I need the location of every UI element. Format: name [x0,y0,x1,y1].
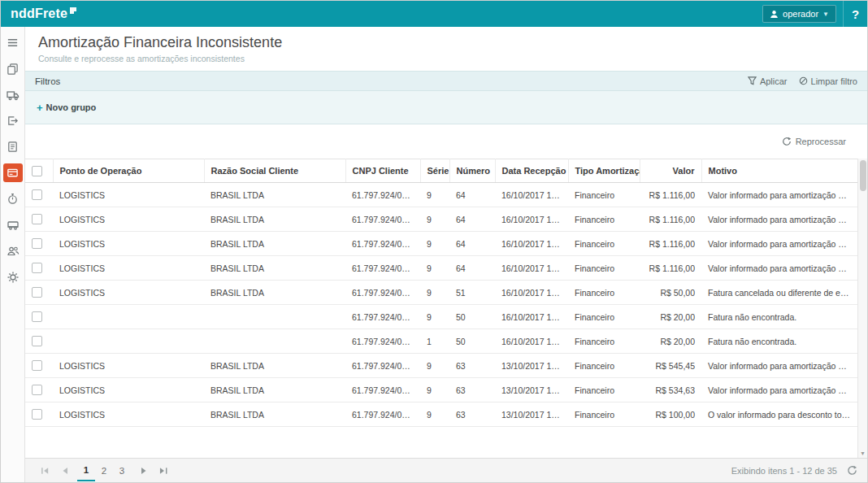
cell-cnpj: 61.797.924/0007-40 [345,256,420,281]
table-row[interactable]: 61.797.924/0007-4015016/10/2017 14:03Fin… [25,329,857,354]
table-row[interactable]: LOGISTICSBRASIL LTDA61.797.924/0007-4096… [25,183,857,207]
last-page-button[interactable] [154,462,173,480]
row-select-cell [25,378,53,402]
filters-title: Filtros [35,76,60,86]
help-button[interactable]: ? [843,1,867,27]
pagination-status: Exibindo itens 1 - 12 de 35 [731,465,857,476]
vertical-scrollbar[interactable]: ▼ [857,159,867,458]
copy-icon[interactable] [3,59,23,78]
cell-ponto: LOGISTICS [53,183,204,207]
row-checkbox[interactable] [32,409,42,420]
table-row[interactable]: LOGISTICSBRASIL LTDA61.797.924/0007-4096… [25,256,857,281]
cell-razao [204,305,345,329]
column-header-valor[interactable]: Valor [640,159,701,183]
column-header-serie[interactable]: Série [420,159,449,183]
reprocess-button[interactable]: Reprocessar [782,137,846,146]
apply-filter-button[interactable]: Aplicar [748,76,788,86]
truck-icon[interactable] [3,85,23,104]
amortization-icon[interactable] [3,163,23,182]
cell-ponto: LOGISTICS [53,378,204,402]
cell-tipo: Financeiro [568,378,640,402]
column-header-razao[interactable]: Razão Social Cliente [204,159,345,183]
cell-cnpj: 61.797.924/0007-40 [345,281,420,305]
cancel-circle-icon [799,76,808,85]
cell-motivo: Fatura não encontrada. [701,305,857,329]
column-header-tipo[interactable]: Tipo Amortização [568,159,640,183]
row-checkbox[interactable] [32,189,42,200]
table-row[interactable]: LOGISTICSBRASIL LTDA61.797.924/0007-4096… [25,207,857,232]
row-checkbox[interactable] [32,360,42,371]
scrollbar-down-arrow[interactable]: ▼ [858,448,867,458]
new-group-button[interactable]: + Novo grupo [37,102,96,113]
refresh-icon [847,465,857,476]
column-header-cnpj[interactable]: CNPJ Cliente [345,159,420,183]
row-checkbox[interactable] [32,311,42,322]
table-body: LOGISTICSBRASIL LTDA61.797.924/0007-4096… [25,183,857,427]
row-select-cell [25,256,53,281]
grid-refresh-button[interactable] [847,465,857,476]
cell-serie: 9 [420,183,449,207]
cell-serie: 9 [420,354,449,378]
cell-valor: R$ 20,00 [640,329,701,354]
cell-ponto [53,329,204,354]
cell-valor: R$ 1.116,00 [640,232,701,256]
column-header-ponto[interactable]: Ponto de Operação [53,159,204,183]
cell-numero: 63 [449,354,495,378]
page-number-list: 123 [77,460,131,481]
report-icon[interactable] [3,137,23,156]
header-select-all-cell [25,159,53,183]
users-icon[interactable] [3,242,23,260]
table-row[interactable]: LOGISTICSBRASIL LTDA61.797.924/0007-4096… [25,378,857,402]
cell-valor: R$ 100,00 [640,402,701,427]
cell-serie: 9 [420,402,449,427]
page-button-3[interactable]: 3 [113,460,131,481]
previous-page-button[interactable] [54,462,74,480]
cell-valor: R$ 545,45 [640,354,701,378]
cell-razao: BRASIL LTDA [204,378,345,402]
cell-numero: 51 [449,281,495,305]
select-all-checkbox[interactable] [32,166,42,176]
table-row[interactable]: LOGISTICSBRASIL LTDA61.797.924/0007-4096… [25,354,857,378]
cell-data: 16/10/2017 14:03 [495,329,568,354]
export-icon[interactable] [3,111,23,130]
settings-icon[interactable] [3,268,23,286]
cell-cnpj: 61.797.924/0007-40 [345,305,420,329]
app-window: nddFrete operador ▼ ? [0,0,868,483]
column-header-numero[interactable]: Número [449,159,495,183]
page-button-2[interactable]: 2 [95,460,113,481]
clear-filter-button[interactable]: Limpar filtro [799,76,857,86]
column-header-motivo[interactable]: Motivo [701,159,857,183]
row-checkbox[interactable] [32,263,42,273]
cell-cnpj: 61.797.924/0007-40 [345,207,420,232]
row-checkbox[interactable] [32,238,42,249]
topbar: nddFrete operador ▼ ? [1,1,867,27]
table-row[interactable]: 61.797.924/0007-4095016/10/2017 14:07Fin… [25,305,857,329]
table-row[interactable]: LOGISTICSBRASIL LTDA61.797.924/0007-4096… [25,402,857,427]
row-checkbox[interactable] [32,336,42,346]
cell-cnpj: 61.797.924/0007-40 [345,354,420,378]
page-button-1[interactable]: 1 [77,460,95,481]
table-row[interactable]: LOGISTICSBRASIL LTDA61.797.924/0007-4096… [25,232,857,256]
first-page-button[interactable] [35,462,54,480]
cell-tipo: Financeiro [568,256,640,281]
row-checkbox[interactable] [32,287,42,298]
cell-motivo: Fatura cancelada ou diferente de em rece… [701,281,857,305]
cell-razao: BRASIL LTDA [204,207,345,232]
table-row[interactable]: LOGISTICSBRASIL LTDA61.797.924/0007-4095… [25,281,857,305]
stopwatch-icon[interactable] [3,189,23,208]
menu-icon[interactable] [3,33,23,52]
filters-panel-header: Filtros Aplicar Limpar filtro [25,71,867,91]
cell-motivo: Valor informado para amortização é invál… [701,378,857,402]
cell-numero: 64 [449,207,495,232]
next-page-button[interactable] [134,462,154,480]
cell-data: 16/10/2017 15:11 [495,232,568,256]
user-menu-button[interactable]: operador ▼ [762,5,836,23]
scrollbar-thumb[interactable] [860,160,866,191]
table-header-row: Ponto de OperaçãoRazão Social ClienteCNP… [25,159,857,183]
data-grid: Ponto de OperaçãoRazão Social ClienteCNP… [25,159,857,427]
page-title: Amortização Financeira Inconsistente [38,34,854,51]
column-header-data[interactable]: Data Recepção↓ [495,159,568,183]
row-checkbox[interactable] [32,214,42,224]
row-checkbox[interactable] [32,385,42,395]
fleet-icon[interactable] [3,215,23,234]
